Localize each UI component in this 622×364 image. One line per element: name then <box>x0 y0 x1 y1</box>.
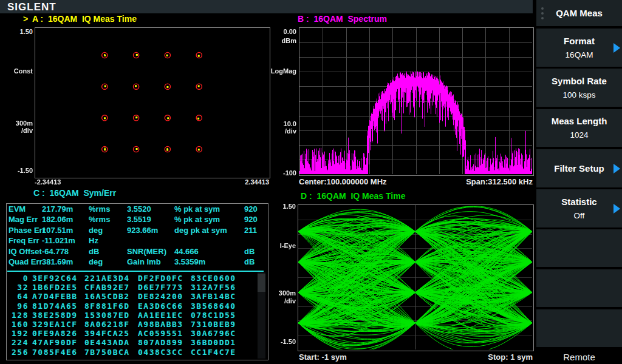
a-scale-bottom: -1.50 <box>2 167 33 174</box>
symbol-hex-group: 16A5CDB2 <box>84 292 130 301</box>
sidebar-button-qam-meas[interactable]: QAM Meas <box>536 0 622 26</box>
sym-err-row: Phase Err107.51mdeg923.66mdeg pk at sym2… <box>7 226 268 235</box>
sym-err-cell: % pk at sym <box>174 215 220 224</box>
symbol-hex-group: 0FE9A826 <box>32 329 78 338</box>
b-per-div-unit: /div <box>266 127 296 135</box>
symbol-offset: 64 <box>7 292 29 301</box>
symbol-hex-group: 7B750BCA <box>84 348 130 357</box>
symbol-row: 12838E258D9153087EDAA1EE1EC078C1D55 <box>7 311 268 320</box>
sidebar-button-symbol-rate[interactable]: Symbol Rate 100 ksps <box>536 69 622 107</box>
format-value: 16QAM <box>566 50 593 60</box>
symbol-row: 2567085F4E67B750BCA0438C3CCCC1F4C7E <box>7 348 268 357</box>
b-per-div: 10.0 <box>266 120 296 127</box>
symbol-hex-group: A98BABB3 <box>138 320 183 329</box>
symbol-hex-group: 3EF92C64 <box>32 274 78 283</box>
constellation-plot <box>35 28 268 177</box>
b-scale-bottom: -100 <box>266 169 296 177</box>
symbol-hex-group: 7310BEB9 <box>191 320 236 329</box>
sym-err-cell: Quad Err <box>9 257 43 266</box>
panel-a-window[interactable] <box>35 27 270 178</box>
symbol-hex-group: 221AE3D4 <box>84 274 130 283</box>
b-axis-name: LogMag <box>266 67 296 75</box>
symbol-offset: 128 <box>7 311 29 320</box>
panel-c-window[interactable]: EVM217.79m%rms3.5520% pk at sym920Mag Er… <box>6 203 268 360</box>
symbol-hex-group: 329EA1CF <box>32 320 78 329</box>
sym-err-cell: Freq Err <box>9 236 39 245</box>
eye-diagram-plot <box>298 205 532 349</box>
sym-err-cell: 3.5359m <box>174 257 205 266</box>
sidebar-button-empty-3 <box>536 309 622 347</box>
remote-status[interactable]: Remote <box>536 349 622 364</box>
hex-scrollbar-thumb[interactable] <box>258 274 265 292</box>
sym-err-cell: 3.5519 <box>127 215 151 224</box>
symbol-hex-group: 36BD0DD1 <box>191 338 236 347</box>
symbol-row: 22447AF90DF0E443ADA807AD89936BD0DD1 <box>7 338 268 347</box>
symbol-hex-group: 81D74A65 <box>32 302 78 311</box>
sym-err-row: Quad Err381.69mdegGain Imb3.5359mdB <box>7 257 268 266</box>
sidebar-button-empty-1 <box>536 229 622 267</box>
sym-err-row: IQ Offset-64.778dBSNR(MER)44.666dB <box>7 247 268 256</box>
symbol-hex-group: EA3D6C66 <box>138 302 183 311</box>
active-trace-marker: > <box>23 14 28 24</box>
symbol-hex-group: 8A06218F <box>84 320 130 329</box>
sym-err-cell: % pk at sym <box>174 204 220 214</box>
sidebar-button-meas-length[interactable]: Meas Length 1024 <box>536 109 622 147</box>
symbol-row: 03EF92C64221AE3D4DF2FD0FC83CE0600 <box>7 274 268 283</box>
symbol-offset: 0 <box>7 274 29 283</box>
a-axis-name: Const <box>2 67 33 75</box>
symbol-offset: 32 <box>7 283 29 292</box>
statistic-value: Off <box>574 211 585 221</box>
sym-err-row: EVM217.79m%rms3.5520% pk at sym920 <box>7 204 268 214</box>
sym-err-cell: Mag Err <box>9 215 38 224</box>
symbol-row: 1920FE9A826394FCA25AC05955130A6796C <box>7 329 268 338</box>
sym-err-cell: dB <box>244 257 255 266</box>
symbol-rate-value: 100 ksps <box>562 90 595 100</box>
panel-d-window[interactable] <box>298 204 534 351</box>
symbol-hex-group: 807AD899 <box>138 338 183 347</box>
sym-err-cell: -11.021m <box>42 236 75 245</box>
sym-err-cell: SNR(MER) <box>127 247 166 256</box>
panel-a-title: A : 16QAM IQ Meas Time <box>32 14 137 24</box>
sym-err-cell: 920 <box>244 215 258 224</box>
symbol-hex-group: 83CE0600 <box>191 274 236 283</box>
sym-err-cell: %rms <box>89 215 110 224</box>
sidebar-button-statistic[interactable]: Statistic Off <box>536 189 622 228</box>
panel-c-title: C : 16QAM Sym/Err <box>33 188 116 198</box>
b-center-freq: Center:100.000000 MHz <box>299 177 387 186</box>
d-scale-top: 1.50 <box>265 203 296 210</box>
symbol-offset: 192 <box>7 329 29 338</box>
panel-b-window[interactable] <box>299 27 534 176</box>
top-bar: SIGLENT <box>0 0 533 13</box>
a-scale-top: 1.50 <box>2 28 33 35</box>
sidebar-menu: QAM Meas Format 16QAM Symbol Rate 100 ks… <box>536 0 622 364</box>
symbol-hex-group: 153087ED <box>84 311 130 320</box>
menu-title-label: QAM Meas <box>556 8 603 19</box>
sym-err-cell: deg pk at sym <box>174 226 227 235</box>
sidebar-button-format[interactable]: Format 16QAM <box>536 29 622 67</box>
symbol-hex-group: 3AFB14BC <box>191 292 236 301</box>
symbol-hex-group: DE824200 <box>138 292 183 301</box>
sym-err-row: Freq Err-11.021mHz <box>7 236 268 245</box>
a-per-div: 300m <box>2 120 33 127</box>
symbol-hex-group: 8F881F6D <box>84 302 130 311</box>
sym-err-cell: 107.51m <box>42 226 73 235</box>
submenu-arrow-icon <box>613 204 620 214</box>
symbol-hex-group: DF2FD0FC <box>138 274 183 283</box>
sym-err-cell: 217.79m <box>42 204 73 214</box>
sym-err-cell: 923.66m <box>127 226 158 235</box>
symbol-hex-group: 30A6796C <box>191 329 236 338</box>
sym-err-cell: 381.69m <box>42 257 73 266</box>
sym-err-cell: 182.06m <box>42 215 73 224</box>
sidebar-button-empty-2 <box>536 269 622 307</box>
sym-err-row: Mag Err182.06m%rms3.5519% pk at sym920 <box>7 215 268 224</box>
d-scale-bottom: -1.50 <box>265 338 296 345</box>
b-ref-level: 0.00 <box>266 28 296 35</box>
symbol-offset: 256 <box>7 348 29 357</box>
symbol-hex-group: 394FCA25 <box>84 329 130 338</box>
sym-err-cell: -64.778 <box>42 247 69 256</box>
sidebar-button-filter-setup[interactable]: Filter Setup <box>536 149 622 187</box>
symbol-hex-group: 3B568640 <box>191 302 236 311</box>
symbol-hex-group: 38E258D9 <box>32 311 78 320</box>
symbol-row: 160329EA1CF8A06218FA98BABB37310BEB9 <box>7 320 268 329</box>
sym-err-cell: Hz <box>89 236 98 245</box>
